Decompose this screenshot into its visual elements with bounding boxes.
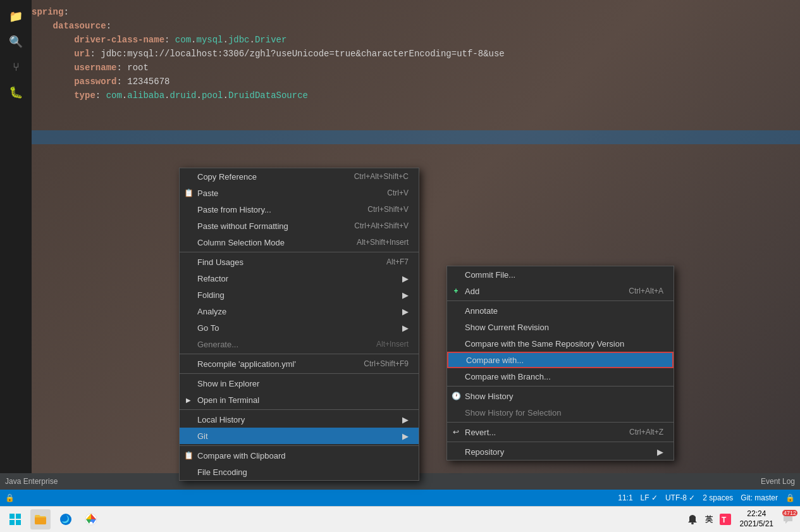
menu-copy-reference[interactable]: Copy Reference Ctrl+Alt+Shift+C [180, 168, 419, 185]
separator-3 [180, 373, 419, 374]
windows-icon [9, 513, 22, 526]
ide-bar-left-label[interactable]: Java Enterprise [5, 477, 58, 486]
git-branch-status[interactable]: 🔒 [5, 493, 15, 502]
svg-point-4 [60, 514, 71, 525]
indent[interactable]: 2 spaces [703, 493, 733, 502]
refactor-label: Refactor [197, 274, 228, 283]
terminal-icon: ▶ [183, 397, 194, 404]
svg-rect-0 [9, 514, 15, 519]
browser-button[interactable] [56, 509, 76, 529]
revert-label: Revert... [465, 428, 496, 437]
line-ending[interactable]: LF ✓ [641, 493, 658, 502]
system-clock[interactable]: 22:24 2021/5/21 [735, 509, 778, 529]
sidebar-git-icon[interactable]: ⑂ [4, 56, 27, 78]
git-show-current-revision[interactable]: Show Current Revision [447, 319, 674, 335]
git-annotate[interactable]: Annotate [447, 302, 674, 319]
menu-goto[interactable]: Go To ▶ [180, 319, 419, 336]
paste-label: Paste [197, 189, 218, 198]
line-content-4: url: jdbc:mysql://localhost:3306/zghl?us… [32, 49, 505, 59]
code-line-2: 2 datasource: [0, 19, 800, 33]
chrome-button[interactable] [81, 509, 101, 529]
start-button[interactable] [5, 509, 25, 529]
git-revert[interactable]: ↩ Revert... Ctrl+Alt+Z [447, 424, 674, 440]
git-compare-with[interactable]: Compare with... [447, 352, 674, 368]
input-method-icon[interactable]: 英 [702, 512, 716, 526]
ide-bar-right-label[interactable]: Event Log [761, 477, 795, 486]
git-compare-same-repo[interactable]: Compare with the Same Repository Version [447, 335, 674, 352]
sidebar-explorer-icon[interactable]: 📁 [4, 5, 27, 28]
analyze-arrow: ▶ [402, 307, 409, 316]
left-sidebar: 📁 🔍 ⑂ 🐛 [0, 0, 32, 506]
encoding[interactable]: UTF-8 ✓ [665, 493, 695, 502]
menu-recompile[interactable]: Recompile 'application.yml' Ctrl+Shift+F… [180, 356, 419, 372]
menu-show-explorer[interactable]: Show in Explorer [180, 375, 419, 392]
svg-rect-7 [691, 523, 694, 524]
git-branch[interactable]: Git: master [741, 493, 778, 502]
copy-reference-label: Copy Reference [197, 172, 257, 182]
column-mode-label: Column Selection Mode [197, 238, 285, 247]
line-content-6: password: 12345678 [32, 77, 169, 87]
menu-paste-history[interactable]: Paste from History... Ctrl+Shift+V [180, 201, 419, 218]
annotate-label: Annotate [465, 306, 498, 316]
sidebar-search-icon[interactable]: 🔍 [4, 30, 27, 53]
git-sep-2 [447, 386, 674, 387]
file-encoding-label: File Encoding [197, 467, 247, 477]
code-line-5: 5 username: root [0, 61, 800, 75]
local-history-arrow: ▶ [402, 415, 409, 424]
code-line-7: 7 type: com.alibaba.druid.pool.DruidData… [0, 89, 800, 102]
copy-reference-shortcut: Ctrl+Alt+Shift+C [354, 172, 409, 181]
line-content-1: spring: [32, 7, 69, 17]
add-shortcut: Ctrl+Alt+A [629, 287, 663, 295]
menu-generate[interactable]: Generate... Alt+Insert [180, 336, 419, 352]
git-compare-branch[interactable]: Compare with Branch... [447, 368, 674, 385]
taskbar-app-icon[interactable]: T [718, 512, 732, 526]
menu-open-terminal[interactable]: ▶ Open in Terminal [180, 392, 419, 408]
menu-column-mode[interactable]: Column Selection Mode Alt+Shift+Insert [180, 234, 419, 251]
generate-label: Generate... [197, 340, 238, 349]
add-icon: + [451, 287, 461, 295]
code-editor[interactable]: 1 spring: 2 datasource: 3 driver-class-n… [0, 0, 800, 163]
git-add[interactable]: + Add Ctrl+Alt+A [447, 283, 674, 299]
chrome-icon [84, 512, 98, 526]
show-history-label: Show History [465, 392, 514, 401]
local-history-label: Local History [197, 415, 245, 424]
paste-shortcut: Ctrl+V [387, 189, 409, 197]
menu-paste-no-format[interactable]: Paste without Formatting Ctrl+Alt+Shift+… [180, 218, 419, 234]
column-mode-shortcut: Alt+Shift+Insert [357, 238, 409, 247]
refactor-arrow: ▶ [402, 274, 409, 283]
paste-no-format-shortcut: Ctrl+Alt+Shift+V [354, 221, 409, 230]
code-line-6: 6 password: 12345678 [0, 75, 800, 89]
git-commit-file[interactable]: Commit File... [447, 266, 674, 283]
compare-clipboard-label: Compare with Clipboard [197, 451, 285, 461]
git-repository[interactable]: Repository ▶ [447, 443, 674, 460]
git-show-history-selection[interactable]: Show History for Selection [447, 404, 674, 421]
git-show-history[interactable]: 🕐 Show History [447, 388, 674, 404]
commit-file-label: Commit File... [465, 270, 515, 280]
menu-compare-clipboard[interactable]: 📋 Compare with Clipboard [180, 447, 419, 464]
git-submenu: Commit File... + Add Ctrl+Alt+A Annotate… [446, 266, 674, 461]
menu-git[interactable]: Git ▶ [180, 428, 419, 444]
line-content-7: type: com.alibaba.druid.pool.DruidDataSo… [32, 90, 308, 101]
menu-refactor[interactable]: Refactor ▶ [180, 270, 419, 287]
tray-notification-icon[interactable] [686, 512, 699, 526]
notification-count[interactable]: 4712 [781, 512, 795, 526]
menu-paste[interactable]: 📋 Paste Ctrl+V [180, 185, 419, 201]
cursor-position[interactable]: 11:1 [618, 493, 632, 502]
compare-clipboard-icon: 📋 [183, 451, 194, 460]
compare-with-label: Compare with... [466, 356, 524, 365]
menu-local-history[interactable]: Local History ▶ [180, 411, 419, 428]
menu-folding[interactable]: Folding ▶ [180, 287, 419, 303]
git-sep-1 [447, 300, 674, 301]
git-sep-4 [447, 442, 674, 442]
add-label: Add [465, 287, 479, 296]
code-line-8: 8 [0, 102, 800, 116]
revert-icon: ↩ [451, 428, 461, 436]
file-explorer-button[interactable] [30, 509, 51, 529]
git-sep-3 [447, 422, 674, 423]
history-icon: 🕐 [451, 392, 461, 400]
sidebar-debug-icon[interactable]: 🐛 [4, 81, 27, 104]
menu-analyze[interactable]: Analyze ▶ [180, 303, 419, 319]
menu-find-usages[interactable]: Find Usages Alt+F7 [180, 254, 419, 270]
menu-file-encoding[interactable]: File Encoding [180, 464, 419, 480]
code-line-4: 4 url: jdbc:mysql://localhost:3306/zghl?… [0, 47, 800, 61]
